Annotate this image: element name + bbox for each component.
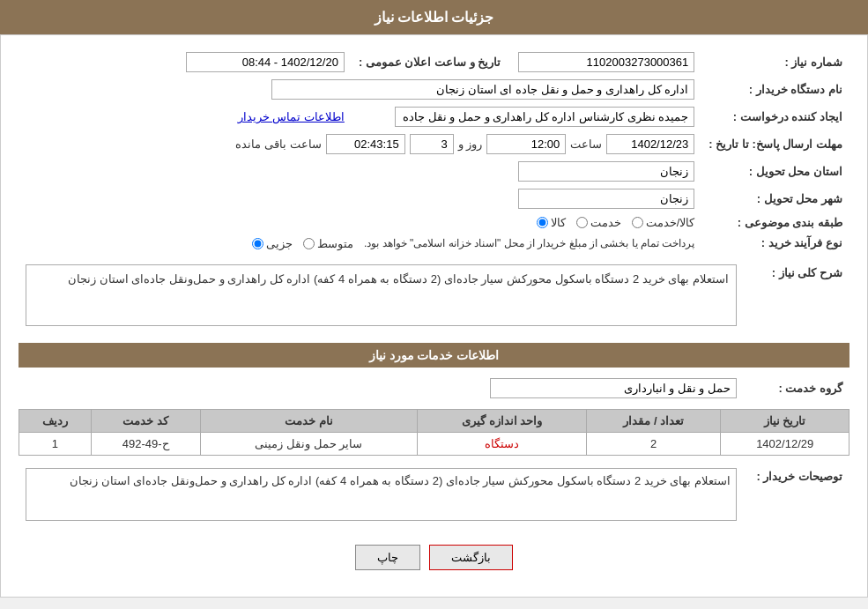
- shahr-tahvil-label: شهر محل تحویل :: [701, 185, 849, 212]
- rooz-input[interactable]: [410, 134, 454, 154]
- services-section-title: اطلاعات خدمات مورد نیاز: [19, 343, 849, 368]
- nooe-farayand-label: نوع فرآیند خرید :: [701, 233, 849, 254]
- nooe-desc: پرداخت تمام یا بخشی از مبلغ خریدار از مح…: [364, 237, 694, 249]
- col-radif: ردیف: [19, 409, 92, 432]
- services-table: تاریخ نیاز تعداد / مقدار واحد اندازه گیر…: [19, 409, 849, 456]
- tarikh-sanat-label: تاریخ و ساعت اعلان عمومی :: [352, 48, 508, 76]
- tarikh-input[interactable]: [606, 134, 694, 154]
- ijad-konande-label: ایجاد کننده درخواست :: [701, 103, 849, 130]
- radio-motoset-input[interactable]: [303, 238, 315, 249]
- radio-motoset[interactable]: متوسط: [303, 237, 353, 250]
- radio-kala-khedmat[interactable]: کالا/خدمت: [632, 216, 695, 229]
- radio-kala[interactable]: کالا: [537, 216, 566, 229]
- tarikh-sanat-input[interactable]: [186, 52, 345, 72]
- khedmat-label: خدمت: [590, 216, 621, 229]
- radio-kala-khedmat-input[interactable]: [632, 217, 643, 228]
- shomara-niaz-input[interactable]: [518, 52, 694, 72]
- group-label: گروه خدمت :: [744, 375, 849, 402]
- col-nam: نام خدمت: [200, 409, 417, 432]
- nam-dastgah-input[interactable]: [271, 79, 694, 100]
- mohlat-label: مهلت ارسال پاسخ: تا تاریخ :: [701, 130, 849, 158]
- sharh-label: شرح کلی نیاز :: [744, 261, 849, 330]
- saat-mande-input[interactable]: [326, 134, 405, 154]
- bazgasht-button[interactable]: بازگشت: [429, 545, 513, 570]
- etelaat-tamas-link[interactable]: اطلاعات تماس خریدار: [238, 110, 345, 123]
- tabaqeh-label: طبقه بندی موضوعی :: [701, 212, 849, 233]
- saat-label: ساعت: [570, 137, 602, 151]
- jozee-label: جزیی: [266, 237, 293, 250]
- col-vahed: واحد اندازه گیری: [418, 409, 587, 432]
- sharh-box: استعلام بهای خرید 2 دستگاه باسکول محورکش…: [26, 264, 737, 326]
- chap-button[interactable]: چاپ: [355, 545, 420, 570]
- radio-jozee-input[interactable]: [252, 238, 263, 249]
- col-tarikh: تاریخ نیاز: [721, 409, 849, 432]
- kala-khedmat-label: کالا/خدمت: [646, 216, 695, 229]
- toseeh-box: استعلام بهای خرید 2 دستگاه باسکول محورکش…: [26, 468, 737, 521]
- radio-khedmat[interactable]: خدمت: [576, 216, 621, 229]
- page-header: جزئیات اطلاعات نیاز: [0, 0, 868, 34]
- ijad-konande-input[interactable]: [395, 107, 694, 127]
- col-kod: کد خدمت: [91, 409, 200, 432]
- bottom-buttons: بازگشت چاپ: [19, 531, 849, 583]
- radio-jozee[interactable]: جزیی: [252, 237, 293, 250]
- rooz-label: روز و: [458, 137, 483, 151]
- ostan-tahvil-input[interactable]: [518, 161, 694, 182]
- cell-nam: سایر حمل ونقل زمینی: [200, 432, 417, 455]
- radio-khedmat-input[interactable]: [576, 217, 588, 228]
- cell-tedad: 2: [587, 432, 721, 455]
- kala-label: کالا: [551, 216, 566, 229]
- table-row: 1402/12/29 2 دستگاه سایر حمل ونقل زمینی …: [19, 432, 849, 455]
- saat-input[interactable]: [486, 134, 566, 154]
- shahr-tahvil-input[interactable]: [518, 189, 694, 209]
- col-tedad: تعداد / مقدار: [587, 409, 721, 432]
- nam-dastgah-label: نام دستگاه خریدار :: [701, 76, 849, 103]
- cell-vahed: دستگاه: [418, 432, 587, 455]
- cell-tarikh: 1402/12/29: [721, 432, 849, 455]
- ostan-tahvil-label: استان محل تحویل :: [701, 158, 849, 185]
- saat-mande-label: ساعت باقی مانده: [235, 137, 321, 151]
- cell-kod: ح-49-492: [91, 432, 200, 455]
- radio-kala-input[interactable]: [537, 217, 548, 228]
- toseeh-label: توصیحات خریدار :: [744, 464, 849, 524]
- motoset-label: متوسط: [317, 237, 353, 250]
- header-title: جزئیات اطلاعات نیاز: [375, 10, 494, 25]
- shomara-niaz-label: شماره نیاز :: [701, 48, 849, 76]
- cell-radif: 1: [19, 432, 92, 455]
- group-input[interactable]: [490, 378, 737, 398]
